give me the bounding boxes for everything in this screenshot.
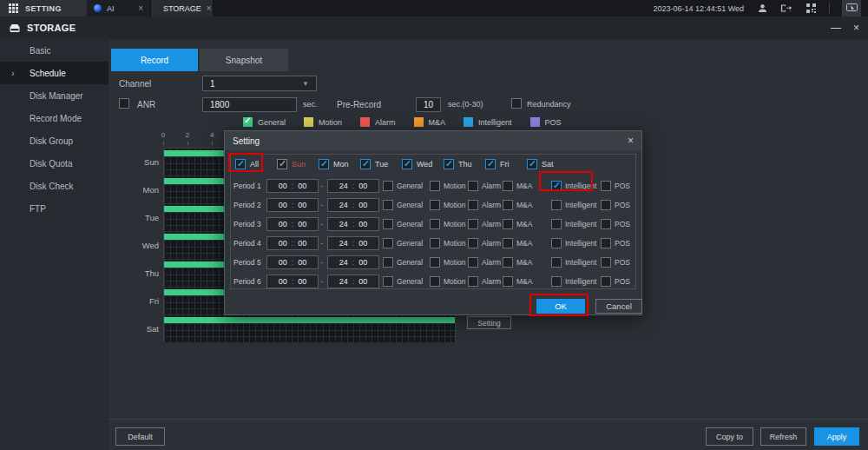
type-checkbox-manda[interactable] [503, 276, 513, 287]
user-icon[interactable] [756, 3, 768, 14]
dialog-close-icon[interactable]: × [628, 135, 634, 147]
type-checkbox-manda[interactable] [503, 200, 513, 210]
type-checkbox-pos[interactable] [601, 181, 611, 191]
start-time-input[interactable]: 00:00 [266, 255, 319, 269]
redundancy-checkbox[interactable] [511, 98, 522, 109]
dialog-day-checkbox-tue[interactable] [360, 159, 371, 169]
sidebar-item-ftp[interactable]: FTP [0, 197, 108, 220]
window-close-button[interactable]: × [853, 22, 859, 34]
start-time-input[interactable]: 00:00 [266, 236, 319, 250]
end-time-input[interactable]: 24:00 [327, 217, 379, 231]
anr-input[interactable]: 1800 [202, 97, 297, 112]
dialog-day-checkbox-wed[interactable] [402, 159, 412, 169]
type-checkbox-alarm[interactable] [468, 276, 478, 287]
type-checkbox-alarm[interactable] [468, 257, 478, 268]
type-checkbox-pos[interactable] [601, 257, 611, 268]
legend-swatch[interactable] [414, 117, 424, 127]
dialog-day-checkbox-sat[interactable] [527, 159, 537, 169]
type-checkbox-intelligent[interactable] [551, 200, 562, 210]
type-checkbox-manda[interactable] [503, 238, 513, 248]
start-time-input[interactable]: 00:00 [266, 198, 319, 212]
sidebar-item-basic[interactable]: Basic [0, 39, 108, 62]
row-setting-button[interactable]: Setting [467, 316, 511, 329]
type-checkbox-motion[interactable] [430, 219, 440, 229]
display-switch-icon[interactable] [842, 0, 861, 17]
end-time-input[interactable]: 24:00 [327, 255, 379, 269]
type-checkbox-motion[interactable] [430, 238, 440, 248]
type-checkbox-pos[interactable] [601, 219, 611, 229]
end-minute: 00 [358, 182, 367, 190]
dialog-day-checkbox-sun[interactable] [277, 159, 287, 169]
type-checkbox-manda[interactable] [503, 257, 513, 268]
default-button[interactable]: Default [115, 427, 165, 446]
tab-record[interactable]: Record [111, 49, 198, 71]
sidebar-item-disk-manager[interactable]: Disk Manager [0, 84, 108, 107]
channel-select[interactable]: 1 ▼ [202, 76, 317, 91]
type-checkbox-general[interactable] [383, 276, 393, 287]
tab-ai[interactable]: AI × [87, 0, 151, 17]
type-checkbox-pos[interactable] [601, 200, 611, 210]
type-checkbox-motion[interactable] [430, 200, 440, 210]
end-time-input[interactable]: 24:00 [327, 198, 379, 212]
type-checkbox-motion[interactable] [430, 257, 440, 268]
start-time-input[interactable]: 00:00 [266, 179, 319, 193]
schedule-row-sat[interactable] [164, 315, 455, 343]
type-checkbox-manda[interactable] [503, 181, 513, 191]
type-checkbox-intelligent[interactable] [551, 276, 562, 287]
tab-ai-close-icon[interactable]: × [138, 3, 143, 13]
type-checkbox-intelligent[interactable] [551, 257, 562, 268]
type-checkbox-pos[interactable] [601, 276, 611, 287]
dialog-day-checkbox-all[interactable] [235, 159, 246, 169]
refresh-button[interactable]: Refresh [760, 427, 806, 446]
start-time-input[interactable]: 00:00 [266, 275, 319, 288]
end-time-input[interactable]: 24:00 [327, 236, 379, 250]
type-checkbox-motion[interactable] [430, 276, 440, 287]
legend-swatch[interactable] [464, 117, 473, 127]
type-checkbox-intelligent[interactable] [551, 238, 562, 248]
start-time-input[interactable]: 00:00 [266, 217, 319, 231]
type-checkbox-general[interactable] [383, 238, 393, 248]
type-checkbox-motion[interactable] [430, 181, 440, 191]
type-checkbox-alarm[interactable] [468, 238, 478, 248]
dialog-day-checkbox-mon[interactable] [319, 159, 329, 169]
sidebar-item-record-mode[interactable]: Record Mode [0, 107, 108, 129]
legend-swatch[interactable] [360, 117, 370, 127]
type-checkbox-manda[interactable] [503, 219, 513, 229]
tab-storage[interactable]: STORAGE × [151, 0, 214, 17]
type-checkbox-general[interactable] [383, 219, 393, 229]
sidebar-item-disk-check[interactable]: Disk Check [0, 175, 108, 197]
pre-record-input[interactable]: 10 [416, 97, 441, 112]
sidebar-item-disk-group[interactable]: Disk Group [0, 129, 108, 152]
end-time-input[interactable]: 24:00 [327, 179, 379, 193]
dialog-day-label: Tue [375, 160, 388, 169]
home-menu-button[interactable]: SETTING [0, 0, 87, 17]
type-checkbox-alarm[interactable] [468, 219, 478, 229]
legend-swatch[interactable] [304, 117, 313, 127]
logout-icon[interactable] [780, 3, 792, 14]
type-checkbox-alarm[interactable] [468, 200, 478, 210]
apply-button[interactable]: Apply [814, 427, 859, 446]
sidebar-item-schedule[interactable]: Schedule [0, 62, 108, 84]
end-time-input[interactable]: 24:00 [327, 275, 379, 288]
legend-swatch[interactable] [530, 117, 540, 127]
sidebar-item-disk-quota[interactable]: Disk Quota [0, 152, 108, 175]
day-label-sun: Sun [124, 148, 159, 175]
copy-to-button[interactable]: Copy to [706, 427, 753, 446]
dialog-day-checkbox-fri[interactable] [485, 159, 496, 169]
type-checkbox-general[interactable] [383, 200, 393, 210]
tab-snapshot[interactable]: Snapshot [200, 49, 288, 71]
type-checkbox-general[interactable] [383, 257, 393, 268]
tab-storage-close-icon[interactable]: × [207, 3, 212, 13]
type-checkbox-intelligent[interactable] [551, 181, 562, 191]
type-checkbox-intelligent[interactable] [551, 219, 562, 229]
legend-swatch[interactable] [243, 117, 253, 127]
minimize-button[interactable]: — [831, 22, 841, 34]
qrcode-icon[interactable] [805, 3, 817, 14]
cancel-button[interactable]: Cancel [595, 299, 642, 314]
ok-button[interactable]: OK [536, 299, 585, 314]
dialog-day-checkbox-thu[interactable] [444, 159, 454, 169]
type-checkbox-alarm[interactable] [468, 181, 478, 191]
type-checkbox-pos[interactable] [601, 238, 611, 248]
type-checkbox-general[interactable] [383, 181, 393, 191]
anr-checkbox[interactable] [119, 98, 129, 109]
